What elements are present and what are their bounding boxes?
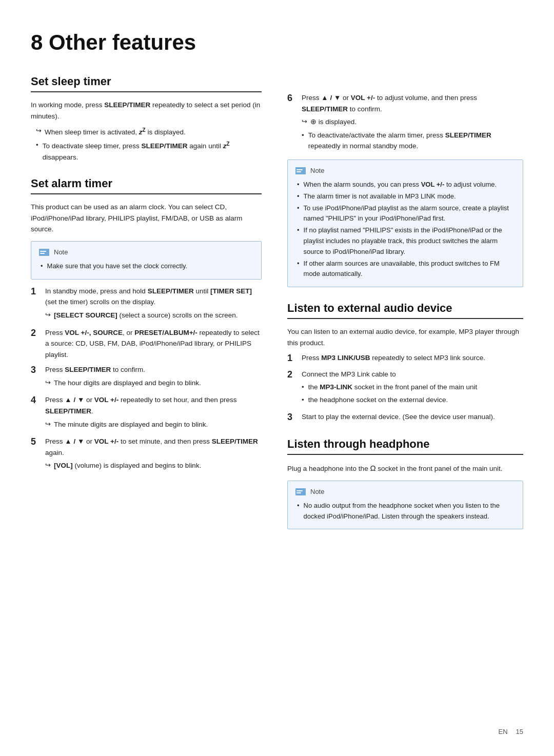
sleep-timer-intro: In working mode, press SLEEP/TIMER repea… <box>31 100 262 122</box>
chapter-title: 8 Other features <box>31 31 262 54</box>
alarm-step-2: 2 Press VOL +/-, SOURCE, or PRESET/ALBUM… <box>31 327 262 361</box>
svg-rect-0 <box>39 249 49 256</box>
sleep-timer-bullet1: • To deactivate sleep timer, press SLEEP… <box>36 140 262 163</box>
alarm-note-bullet-3: • To use iPod/iPhone/iPad playlist as th… <box>297 203 516 225</box>
alarm-step-3: 3 Press SLEEP/TIMER to confirm. ↪ The ho… <box>31 364 262 390</box>
external-audio-heading: Listen to external audio device <box>287 302 523 319</box>
alarm-timer-intro: This product can be used as an alarm clo… <box>31 202 262 235</box>
alarm-timer-note-box-right: Note • When the alarm sounds, you can pr… <box>287 160 523 287</box>
svg-rect-1 <box>40 251 46 252</box>
alarm-timer-steps: 1 In standby mode, press and hold SLEEP/… <box>31 286 262 473</box>
external-audio-steps: 1 Press MP3 LINK/USB repeatedly to selec… <box>287 352 523 423</box>
ext-step-3: 3 Start to play the external device. (Se… <box>287 411 523 423</box>
ext-step-2: 2 Connect the MP3 Link cable to • the MP… <box>287 369 523 407</box>
svg-rect-7 <box>296 490 303 491</box>
sleep-timer-arrow1: ↪ When sleep timer is activated, zZ is d… <box>36 126 262 137</box>
alarm-timer-step6: 6 Press ▲ / ▼ or VOL +/- to adjust volum… <box>287 92 523 153</box>
alarm-step-6: 6 Press ▲ / ▼ or VOL +/- to adjust volum… <box>287 92 523 153</box>
footer-page-num: 15 <box>516 728 523 735</box>
alarm-timer-note-header: Note <box>38 248 254 257</box>
note-icon-headphone <box>295 487 306 496</box>
note-icon-right <box>295 166 306 175</box>
svg-rect-2 <box>40 253 45 254</box>
headphone-note-header: Note <box>295 487 516 496</box>
svg-rect-3 <box>295 167 306 174</box>
alarm-timer-note-header-right: Note <box>295 166 516 175</box>
alarm-timer-heading: Set alarm timer <box>31 177 262 194</box>
svg-rect-4 <box>296 169 303 170</box>
ext-step-1: 1 Press MP3 LINK/USB repeatedly to selec… <box>287 352 523 364</box>
svg-rect-6 <box>295 488 306 495</box>
headphone-note-box: Note • No audio output from the headphon… <box>287 481 523 530</box>
note-icon <box>38 248 50 257</box>
footer-lang: EN <box>498 728 507 735</box>
alarm-step-1: 1 In standby mode, press and hold SLEEP/… <box>31 286 262 323</box>
alarm-timer-note-bullet: • Make sure that you have set the clock … <box>41 261 254 272</box>
svg-rect-5 <box>296 171 301 172</box>
sleep-timer-heading: Set sleep timer <box>31 75 262 92</box>
alarm-note-bullet-2: • The alarm timer is not available in MP… <box>297 191 516 202</box>
alarm-note-bullet-5: • If other alarm sources are unavailable… <box>297 258 516 280</box>
alarm-timer-note-box: Note • Make sure that you have set the c… <box>31 241 262 280</box>
alarm-step-4: 4 Press ▲ / ▼ or VOL +/- repeatedly to s… <box>31 394 262 432</box>
page-footer: EN 15 <box>498 728 523 735</box>
alarm-note-bullet-4: • If no playlist named "PHILIPS" exists … <box>297 225 516 257</box>
alarm-step-5: 5 Press ▲ / ▼ or VOL +/- to set minute, … <box>31 436 262 473</box>
headphone-heading: Listen through headphone <box>287 437 523 455</box>
svg-rect-8 <box>296 492 301 493</box>
alarm-note-bullet-1: • When the alarm sounds, you can press V… <box>297 180 516 190</box>
headphone-note-bullet: • No audio output from the headphone soc… <box>297 501 516 522</box>
external-audio-intro: You can listen to an external audio devi… <box>287 326 523 348</box>
headphone-intro: Plug a headphone into the Ω socket in th… <box>287 462 523 474</box>
